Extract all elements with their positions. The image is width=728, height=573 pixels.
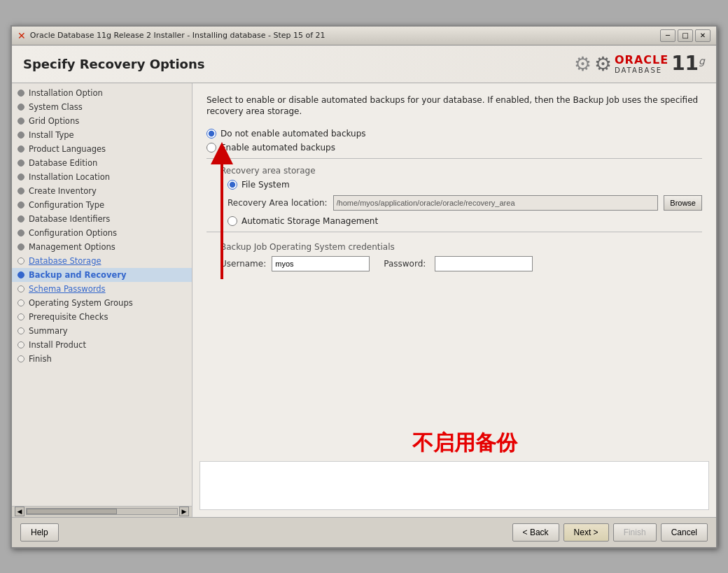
- username-input[interactable]: [272, 256, 370, 271]
- next-button[interactable]: Next >: [564, 523, 609, 542]
- oracle-logo: ⚙ ⚙ ORACLE DATABASE 11 g: [574, 52, 705, 76]
- sidebar-label: Database Edition: [29, 158, 97, 168]
- sidebar-item-operating-system-groups: Operating System Groups: [12, 296, 192, 310]
- sidebar-item-installation-location: Installation Location: [12, 170, 192, 184]
- sidebar-dot: [18, 271, 24, 278]
- enable-backup-radio[interactable]: [206, 143, 216, 153]
- sidebar-item-database-identifiers: Database Identifiers: [12, 212, 192, 226]
- automatic-storage-label: Automatic Storage Management: [241, 216, 378, 226]
- automatic-storage-radio-item[interactable]: Automatic Storage Management: [227, 216, 702, 226]
- sidebar-item-create-inventory: Create Inventory: [12, 184, 192, 198]
- sidebar-item-database-edition: Database Edition: [12, 156, 192, 170]
- sidebar-label: Management Options: [29, 242, 115, 252]
- sidebar-dot: [18, 229, 24, 236]
- sidebar-label: Schema Passwords: [29, 284, 106, 294]
- credentials-row: Username: Password:: [220, 256, 702, 271]
- sidebar-label: Install Type: [29, 130, 74, 140]
- no-backup-radio[interactable]: [206, 129, 216, 139]
- scroll-left-button[interactable]: ◀: [15, 507, 24, 516]
- back-button[interactable]: < Back: [512, 523, 559, 542]
- finish-button[interactable]: Finish: [613, 523, 657, 542]
- automatic-storage-group: Automatic Storage Management: [227, 216, 702, 226]
- sidebar-item-grid-options: Grid Options: [12, 114, 192, 128]
- sidebar-dot: [18, 355, 24, 362]
- divider-1: [206, 158, 702, 159]
- sidebar-label: Configuration Options: [29, 228, 117, 238]
- sidebar-label: Operating System Groups: [29, 298, 133, 308]
- password-input[interactable]: [435, 256, 533, 271]
- sidebar-item-database-storage[interactable]: Database Storage: [12, 254, 192, 268]
- sidebar-item-installation-option: Installation Option: [12, 86, 192, 100]
- sidebar-item-install-product: Install Product: [12, 338, 192, 352]
- footer-right: < Back Next > Finish Cancel: [512, 523, 708, 542]
- sidebar-item-product-languages: Product Languages: [12, 142, 192, 156]
- main-window: ✕ Oracle Database 11g Release 2 Installe…: [10, 25, 718, 549]
- sidebar-hscroll-container: ◀ ▶: [12, 506, 192, 517]
- username-label: Username:: [220, 259, 266, 269]
- sidebar-dot: [18, 104, 24, 111]
- automatic-storage-radio[interactable]: [227, 216, 237, 226]
- enable-backup-label: Enable automated backups: [220, 143, 335, 153]
- main-content: Installation Option System Class Grid Op…: [12, 83, 716, 517]
- sidebar-item-configuration-type: Configuration Type: [12, 198, 192, 212]
- sidebar-label: Prerequisite Checks: [29, 312, 108, 322]
- sidebar-dot: [18, 160, 24, 167]
- sidebar-label: Install Product: [29, 340, 86, 350]
- sidebar-dot: [18, 215, 24, 222]
- sidebar-label: Product Languages: [29, 144, 106, 154]
- sidebar-dot: [18, 243, 24, 250]
- footer: Help < Back Next > Finish Cancel: [12, 517, 716, 547]
- minimize-button[interactable]: ─: [660, 29, 676, 42]
- file-system-label: File System: [241, 180, 290, 190]
- sidebar-dot: [18, 313, 24, 320]
- hscroll-thumb: [27, 509, 117, 514]
- sidebar-item-finish: Finish: [12, 352, 192, 366]
- sidebar-label: Summary: [29, 326, 68, 336]
- help-button[interactable]: Help: [20, 523, 59, 542]
- description-text: Select to enable or disable automated ba…: [206, 94, 702, 118]
- sidebar-label: Installation Option: [29, 88, 103, 98]
- sidebar-label: Grid Options: [29, 116, 79, 126]
- enable-backup-radio-item[interactable]: Enable automated backups: [206, 143, 702, 153]
- maximize-button[interactable]: □: [678, 29, 693, 42]
- oracle-sub: DATABASE: [615, 66, 662, 74]
- sidebar-item-management-options: Management Options: [12, 240, 192, 254]
- sidebar-item-configuration-options: Configuration Options: [12, 226, 192, 240]
- sidebar-dot: [18, 299, 24, 306]
- browse-button[interactable]: Browse: [664, 195, 702, 211]
- sidebar-item-backup-and-recovery[interactable]: Backup and Recovery: [12, 268, 192, 282]
- recovery-area-field-row: Recovery Area location: Browse: [227, 195, 702, 211]
- scroll-right-button[interactable]: ▶: [179, 507, 189, 516]
- sidebar-label: Configuration Type: [29, 200, 104, 210]
- file-system-radio[interactable]: [227, 180, 237, 190]
- sidebar-item-summary: Summary: [12, 324, 192, 338]
- credentials-label: Backup Job Operating System credentials: [220, 242, 702, 252]
- sidebar-dot: [18, 174, 24, 181]
- credentials-section: Backup Job Operating System credentials …: [206, 242, 702, 271]
- no-backup-radio-item[interactable]: Do not enable automated backups: [206, 129, 702, 139]
- sidebar-dot: [18, 327, 24, 334]
- sidebar-item-system-class: System Class: [12, 100, 192, 114]
- sidebar-dot: [18, 341, 24, 348]
- sidebar-dot: [18, 257, 24, 264]
- sidebar-dot: [18, 132, 24, 139]
- recovery-area-input[interactable]: [333, 195, 659, 211]
- recovery-area-section-label: Recovery area storage: [220, 166, 702, 176]
- bottom-box: [200, 461, 709, 510]
- oracle-version-sup: g: [699, 55, 705, 66]
- sidebar-label: Backup and Recovery: [29, 270, 126, 280]
- sidebar-label: Create Inventory: [29, 186, 97, 196]
- cancel-button[interactable]: Cancel: [661, 523, 708, 542]
- sidebar-item-schema-passwords[interactable]: Schema Passwords: [12, 282, 192, 296]
- sidebar-dot: [18, 146, 24, 153]
- sidebar-dot: [18, 188, 24, 194]
- hscroll-track[interactable]: [26, 508, 178, 515]
- password-label: Password:: [384, 259, 429, 269]
- sidebar-scroll[interactable]: Installation Option System Class Grid Op…: [12, 83, 192, 506]
- divider-2: [206, 232, 702, 232]
- no-backup-label: Do not enable automated backups: [220, 129, 366, 139]
- close-button[interactable]: ✕: [695, 29, 710, 42]
- file-system-radio-item[interactable]: File System: [227, 180, 702, 190]
- footer-left: Help: [20, 523, 59, 542]
- header-title: Specify Recovery Options: [23, 57, 205, 71]
